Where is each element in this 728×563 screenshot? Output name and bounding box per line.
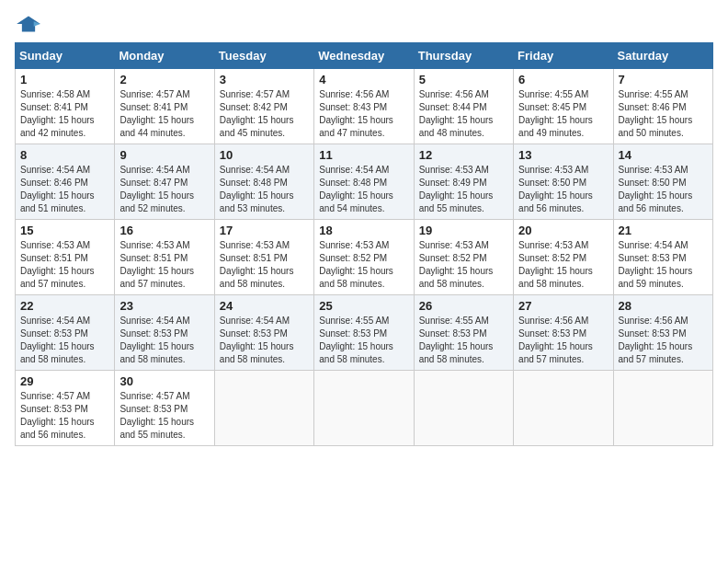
day-info: Sunrise: 4:57 AMSunset: 8:53 PMDaylight:… [20,390,109,442]
calendar-cell: 23Sunrise: 4:54 AMSunset: 8:53 PMDayligh… [115,295,214,371]
day-number: 1 [20,73,109,86]
day-number: 4 [319,73,408,86]
logo-icon [15,15,42,33]
calendar-cell: 16Sunrise: 4:53 AMSunset: 8:51 PMDayligh… [115,220,214,295]
calendar-week-row: 15Sunrise: 4:53 AMSunset: 8:51 PMDayligh… [16,220,713,295]
calendar-cell: 12Sunrise: 4:53 AMSunset: 8:49 PMDayligh… [414,144,513,220]
day-info: Sunrise: 4:53 AMSunset: 8:50 PMDaylight:… [518,164,608,215]
calendar-cell: 18Sunrise: 4:53 AMSunset: 8:52 PMDayligh… [314,220,414,295]
day-info: Sunrise: 4:55 AMSunset: 8:53 PMDaylight:… [319,315,408,366]
calendar-week-row: 8Sunrise: 4:54 AMSunset: 8:46 PMDaylight… [16,144,713,220]
calendar-cell: 14Sunrise: 4:53 AMSunset: 8:50 PMDayligh… [613,144,712,220]
day-number: 27 [518,299,608,313]
day-number: 14 [619,148,708,162]
day-info: Sunrise: 4:54 AMSunset: 8:53 PMDaylight:… [119,315,209,366]
calendar-cell: 27Sunrise: 4:56 AMSunset: 8:53 PMDayligh… [514,295,613,371]
day-info: Sunrise: 4:56 AMSunset: 8:44 PMDaylight:… [419,88,508,140]
day-info: Sunrise: 4:53 AMSunset: 8:51 PMDaylight:… [20,239,109,291]
calendar-cell: 22Sunrise: 4:54 AMSunset: 8:53 PMDayligh… [16,295,115,371]
day-info: Sunrise: 4:58 AMSunset: 8:41 PMDaylight:… [20,88,109,140]
day-info: Sunrise: 4:56 AMSunset: 8:53 PMDaylight:… [518,315,608,366]
column-header-thursday: Thursday [414,43,513,69]
day-number: 23 [119,299,209,313]
day-info: Sunrise: 4:54 AMSunset: 8:48 PMDaylight:… [319,164,408,215]
day-number: 22 [20,299,109,313]
day-number: 30 [119,374,209,388]
calendar-cell: 7Sunrise: 4:55 AMSunset: 8:46 PMDaylight… [613,69,712,144]
calendar-cell: 25Sunrise: 4:55 AMSunset: 8:53 PMDayligh… [314,295,414,371]
calendar-cell: 10Sunrise: 4:54 AMSunset: 8:48 PMDayligh… [214,144,313,220]
day-info: Sunrise: 4:53 AMSunset: 8:52 PMDaylight:… [319,239,408,291]
day-info: Sunrise: 4:56 AMSunset: 8:43 PMDaylight:… [319,88,408,140]
day-number: 12 [419,148,508,162]
calendar-body: 1Sunrise: 4:58 AMSunset: 8:41 PMDaylight… [16,69,713,446]
day-info: Sunrise: 4:57 AMSunset: 8:42 PMDaylight:… [220,88,309,140]
day-number: 7 [619,73,708,86]
calendar-cell: 28Sunrise: 4:56 AMSunset: 8:53 PMDayligh… [613,295,712,371]
day-info: Sunrise: 4:53 AMSunset: 8:52 PMDaylight:… [419,239,508,291]
day-info: Sunrise: 4:55 AMSunset: 8:46 PMDaylight:… [619,88,708,140]
calendar-cell: 24Sunrise: 4:54 AMSunset: 8:53 PMDayligh… [214,295,313,371]
day-number: 2 [119,73,209,86]
day-number: 21 [619,224,708,237]
day-info: Sunrise: 4:53 AMSunset: 8:51 PMDaylight:… [220,239,309,291]
day-info: Sunrise: 4:55 AMSunset: 8:45 PMDaylight:… [518,88,608,140]
day-number: 26 [419,299,508,313]
day-number: 17 [220,224,309,237]
day-number: 25 [319,299,408,313]
column-header-tuesday: Tuesday [214,43,313,69]
column-header-friday: Friday [514,43,613,69]
calendar-cell: 21Sunrise: 4:54 AMSunset: 8:53 PMDayligh… [613,220,712,295]
day-info: Sunrise: 4:55 AMSunset: 8:53 PMDaylight:… [419,315,508,366]
day-number: 6 [518,73,608,86]
calendar-cell: 15Sunrise: 4:53 AMSunset: 8:51 PMDayligh… [16,220,115,295]
day-number: 11 [319,148,408,162]
day-info: Sunrise: 4:54 AMSunset: 8:53 PMDaylight:… [619,239,708,291]
day-number: 28 [619,299,708,313]
calendar-cell: 30Sunrise: 4:57 AMSunset: 8:53 PMDayligh… [115,371,214,446]
column-header-monday: Monday [115,43,214,69]
calendar-cell: 26Sunrise: 4:55 AMSunset: 8:53 PMDayligh… [414,295,513,371]
day-info: Sunrise: 4:53 AMSunset: 8:52 PMDaylight:… [518,239,608,291]
day-number: 8 [20,148,109,162]
day-info: Sunrise: 4:53 AMSunset: 8:49 PMDaylight:… [419,164,508,215]
calendar-cell: 3Sunrise: 4:57 AMSunset: 8:42 PMDaylight… [214,69,313,144]
calendar-cell [613,371,712,446]
column-header-wednesday: Wednesday [314,43,414,69]
day-number: 29 [20,374,109,388]
calendar-week-row: 1Sunrise: 4:58 AMSunset: 8:41 PMDaylight… [16,69,713,144]
day-number: 20 [518,224,608,237]
calendar-cell [214,371,313,446]
calendar-cell: 20Sunrise: 4:53 AMSunset: 8:52 PMDayligh… [514,220,613,295]
day-number: 24 [220,299,309,313]
calendar-cell [414,371,513,446]
day-number: 15 [20,224,109,237]
day-info: Sunrise: 4:54 AMSunset: 8:48 PMDaylight:… [220,164,309,215]
calendar-cell: 11Sunrise: 4:54 AMSunset: 8:48 PMDayligh… [314,144,414,220]
calendar-cell: 17Sunrise: 4:53 AMSunset: 8:51 PMDayligh… [214,220,313,295]
day-number: 3 [220,73,309,86]
day-info: Sunrise: 4:53 AMSunset: 8:51 PMDaylight:… [119,239,209,291]
day-info: Sunrise: 4:57 AMSunset: 8:53 PMDaylight:… [119,390,209,442]
day-info: Sunrise: 4:57 AMSunset: 8:41 PMDaylight:… [119,88,209,140]
calendar-cell: 9Sunrise: 4:54 AMSunset: 8:47 PMDaylight… [115,144,214,220]
day-number: 16 [119,224,209,237]
calendar-cell [314,371,414,446]
calendar-cell: 4Sunrise: 4:56 AMSunset: 8:43 PMDaylight… [314,69,414,144]
day-info: Sunrise: 4:54 AMSunset: 8:46 PMDaylight:… [20,164,109,215]
day-number: 9 [119,148,209,162]
calendar-table: SundayMondayTuesdayWednesdayThursdayFrid… [15,42,713,446]
calendar-header-row: SundayMondayTuesdayWednesdayThursdayFrid… [16,43,713,69]
day-number: 19 [419,224,508,237]
calendar-week-row: 29Sunrise: 4:57 AMSunset: 8:53 PMDayligh… [16,371,713,446]
calendar-cell [514,371,613,446]
calendar-cell: 6Sunrise: 4:55 AMSunset: 8:45 PMDaylight… [514,69,613,144]
column-header-saturday: Saturday [613,43,712,69]
logo [15,15,46,33]
day-info: Sunrise: 4:54 AMSunset: 8:47 PMDaylight:… [119,164,209,215]
calendar-cell: 13Sunrise: 4:53 AMSunset: 8:50 PMDayligh… [514,144,613,220]
day-info: Sunrise: 4:54 AMSunset: 8:53 PMDaylight:… [220,315,309,366]
calendar-cell: 19Sunrise: 4:53 AMSunset: 8:52 PMDayligh… [414,220,513,295]
day-info: Sunrise: 4:56 AMSunset: 8:53 PMDaylight:… [619,315,708,366]
calendar-cell: 2Sunrise: 4:57 AMSunset: 8:41 PMDaylight… [115,69,214,144]
